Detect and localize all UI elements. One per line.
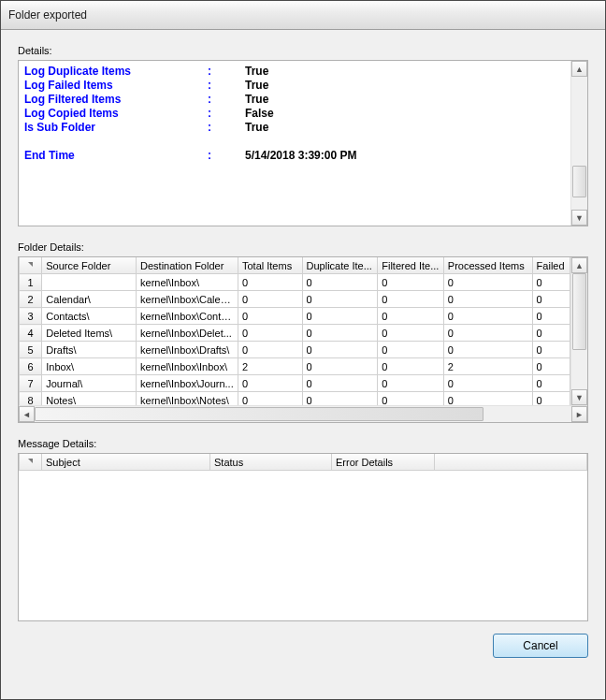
cell-failed[interactable]: 0 bbox=[532, 392, 570, 406]
cell-duplicate[interactable]: 0 bbox=[302, 358, 378, 375]
cell-destination[interactable]: kernel\Inbox\Journ... bbox=[137, 375, 238, 392]
col-subject[interactable]: Subject bbox=[42, 454, 210, 471]
cell-processed[interactable]: 0 bbox=[443, 392, 532, 406]
cell-total[interactable]: 2 bbox=[238, 358, 302, 375]
details-content[interactable]: Log Duplicate Items:True Log Failed Item… bbox=[19, 61, 570, 226]
cell-failed[interactable]: 0 bbox=[532, 342, 570, 358]
col-extra[interactable] bbox=[435, 454, 587, 471]
cell-source[interactable]: Notes\ bbox=[42, 392, 137, 406]
row-header[interactable]: 8 bbox=[20, 392, 42, 406]
cell-filtered[interactable]: 0 bbox=[378, 291, 444, 308]
cell-filtered[interactable]: 0 bbox=[378, 325, 444, 342]
table-row[interactable]: 5Drafts\kernel\Inbox\Drafts\00000 bbox=[20, 342, 570, 358]
cell-filtered[interactable]: 0 bbox=[378, 375, 444, 392]
scroll-thumb[interactable] bbox=[572, 166, 586, 197]
cell-filtered[interactable]: 0 bbox=[378, 274, 444, 291]
cell-filtered[interactable]: 0 bbox=[378, 392, 444, 406]
col-duplicate-items[interactable]: Duplicate Ite... bbox=[302, 257, 378, 274]
table-row[interactable]: 3Contacts\kernel\Inbox\Conta...00000 bbox=[20, 308, 570, 325]
table-row[interactable]: 6Inbox\kernel\Inbox\Inbox\20020 bbox=[20, 358, 570, 375]
cell-duplicate[interactable]: 0 bbox=[302, 308, 378, 325]
scroll-track[interactable] bbox=[571, 77, 587, 210]
row-header[interactable]: 7 bbox=[20, 375, 42, 392]
cell-total[interactable]: 0 bbox=[238, 274, 302, 291]
scroll-thumb[interactable] bbox=[572, 273, 586, 350]
cell-total[interactable]: 0 bbox=[238, 342, 302, 358]
cell-total[interactable]: 0 bbox=[238, 291, 302, 308]
scroll-up-icon[interactable]: ▲ bbox=[571, 61, 587, 77]
col-source-folder[interactable]: Source Folder bbox=[42, 257, 137, 274]
cell-failed[interactable]: 0 bbox=[532, 274, 570, 291]
grid-corner-icon[interactable] bbox=[20, 454, 42, 471]
cell-duplicate[interactable]: 0 bbox=[302, 291, 378, 308]
cell-source[interactable]: Inbox\ bbox=[42, 358, 137, 375]
cell-failed[interactable]: 0 bbox=[532, 358, 570, 375]
cell-processed[interactable]: 0 bbox=[443, 291, 532, 308]
row-header[interactable]: 3 bbox=[20, 308, 42, 325]
cell-destination[interactable]: kernel\Inbox\Delet... bbox=[137, 325, 238, 342]
row-header[interactable]: 5 bbox=[20, 342, 42, 358]
cell-failed[interactable]: 0 bbox=[532, 375, 570, 392]
cell-processed[interactable]: 0 bbox=[443, 325, 532, 342]
cell-filtered[interactable]: 0 bbox=[378, 358, 444, 375]
folder-grid-vertical-scrollbar[interactable]: ▲ ▼ bbox=[570, 257, 587, 405]
scroll-down-icon[interactable]: ▼ bbox=[571, 210, 587, 226]
message-details-grid[interactable]: Subject Status Error Details bbox=[18, 453, 588, 621]
cell-source[interactable]: Journal\ bbox=[42, 375, 137, 392]
cancel-button[interactable]: Cancel bbox=[493, 634, 588, 658]
table-row[interactable]: 7Journal\kernel\Inbox\Journ...00000 bbox=[20, 375, 570, 392]
cell-processed[interactable]: 0 bbox=[443, 274, 532, 291]
scroll-down-icon[interactable]: ▼ bbox=[571, 389, 587, 405]
cell-source[interactable] bbox=[42, 274, 137, 291]
row-header[interactable]: 2 bbox=[20, 291, 42, 308]
col-failed[interactable]: Failed bbox=[532, 257, 570, 274]
scroll-track[interactable] bbox=[571, 273, 587, 389]
cell-filtered[interactable]: 0 bbox=[378, 342, 444, 358]
col-processed-items[interactable]: Processed Items bbox=[443, 257, 532, 274]
cell-filtered[interactable]: 0 bbox=[378, 308, 444, 325]
cell-duplicate[interactable]: 0 bbox=[302, 274, 378, 291]
cell-source[interactable]: Calendar\ bbox=[42, 291, 137, 308]
cell-failed[interactable]: 0 bbox=[532, 325, 570, 342]
table-row[interactable]: 1kernel\Inbox\00000 bbox=[20, 274, 570, 291]
row-header[interactable]: 6 bbox=[20, 358, 42, 375]
details-scrollbar[interactable]: ▲ ▼ bbox=[570, 61, 587, 226]
scroll-left-icon[interactable]: ◄ bbox=[19, 406, 35, 422]
cell-processed[interactable]: 0 bbox=[443, 308, 532, 325]
col-error-details[interactable]: Error Details bbox=[332, 454, 435, 471]
cell-destination[interactable]: kernel\Inbox\Calen... bbox=[137, 291, 238, 308]
cell-total[interactable]: 0 bbox=[238, 392, 302, 406]
cell-source[interactable]: Deleted Items\ bbox=[42, 325, 137, 342]
cell-total[interactable]: 0 bbox=[238, 375, 302, 392]
table-row[interactable]: 8Notes\kernel\Inbox\Notes\00000 bbox=[20, 392, 570, 406]
scroll-right-icon[interactable]: ► bbox=[571, 406, 587, 422]
cell-total[interactable]: 0 bbox=[238, 325, 302, 342]
folder-details-grid[interactable]: Source Folder Destination Folder Total I… bbox=[18, 256, 588, 423]
cell-destination[interactable]: kernel\Inbox\Drafts\ bbox=[137, 342, 238, 358]
cell-source[interactable]: Contacts\ bbox=[42, 308, 137, 325]
col-filtered-items[interactable]: Filtered Ite... bbox=[378, 257, 444, 274]
table-row[interactable]: 2Calendar\kernel\Inbox\Calen...00000 bbox=[20, 291, 570, 308]
scroll-up-icon[interactable]: ▲ bbox=[571, 257, 587, 273]
cell-processed[interactable]: 2 bbox=[443, 358, 532, 375]
cell-processed[interactable]: 0 bbox=[443, 342, 532, 358]
scroll-track[interactable] bbox=[35, 406, 571, 422]
cell-total[interactable]: 0 bbox=[238, 308, 302, 325]
cell-duplicate[interactable]: 0 bbox=[302, 392, 378, 406]
col-total-items[interactable]: Total Items bbox=[238, 257, 302, 274]
cell-source[interactable]: Drafts\ bbox=[42, 342, 137, 358]
title-bar[interactable]: Folder exported bbox=[1, 1, 605, 30]
cell-duplicate[interactable]: 0 bbox=[302, 342, 378, 358]
cell-destination[interactable]: kernel\Inbox\Inbox\ bbox=[137, 358, 238, 375]
cell-duplicate[interactable]: 0 bbox=[302, 375, 378, 392]
row-header[interactable]: 1 bbox=[20, 274, 42, 291]
col-destination-folder[interactable]: Destination Folder bbox=[137, 257, 238, 274]
grid-corner-icon[interactable] bbox=[20, 257, 42, 274]
cell-destination[interactable]: kernel\Inbox\ bbox=[137, 274, 238, 291]
cell-failed[interactable]: 0 bbox=[532, 291, 570, 308]
col-status[interactable]: Status bbox=[210, 454, 332, 471]
cell-duplicate[interactable]: 0 bbox=[302, 325, 378, 342]
table-row[interactable]: 4Deleted Items\kernel\Inbox\Delet...0000… bbox=[20, 325, 570, 342]
cell-destination[interactable]: kernel\Inbox\Notes\ bbox=[137, 392, 238, 406]
row-header[interactable]: 4 bbox=[20, 325, 42, 342]
